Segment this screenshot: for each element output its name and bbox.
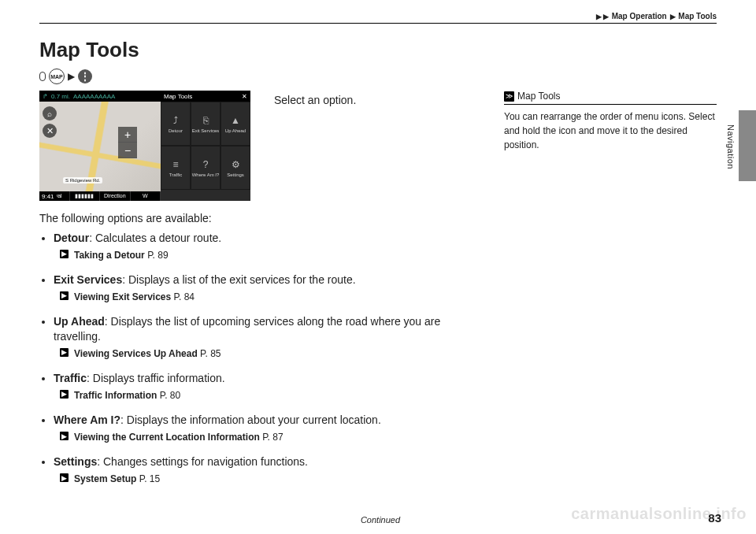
chevron-right-icon: ▶	[603, 13, 609, 20]
chevron-right-icon: ▶	[670, 13, 676, 20]
detour-icon: ⤴	[169, 114, 182, 127]
screenshot-tools-panel: Map Tools ✕ ⤴Detour ⎘Exit Services ▲Up A…	[161, 91, 250, 201]
side-note-body: You can rearrange the order of menu icon…	[504, 109, 717, 152]
screenshot-bottombar: Arrival ▮▮▮▮▮▮ Direction W	[39, 191, 161, 201]
option-settings: Settings: Changes settings for navigatio…	[54, 454, 488, 485]
option-up-ahead: Up Ahead: Displays the list of upcoming …	[54, 314, 488, 360]
minus-icon: −	[118, 143, 137, 158]
page-number: 83	[708, 511, 721, 525]
device-screenshot: ↱ 0.7 mi. AAAAAAAAAA ⌕ ✕ + − S Ridgeview…	[39, 91, 250, 201]
ref-link: Viewing Services Up Ahead P. 85	[54, 347, 488, 360]
ref-link: Viewing the Current Location Information…	[54, 431, 488, 443]
side-note-title: ≫ Map Tools	[504, 91, 717, 105]
plus-icon: +	[118, 127, 137, 143]
screenshot-topbar: ↱ 0.7 mi. AAAAAAAAAA	[39, 91, 161, 102]
section-tab	[739, 110, 756, 181]
tool-detour: ⤴Detour	[161, 102, 191, 146]
chevron-right-icon: ▶	[68, 71, 75, 82]
option-detour: Detour: Calculates a detour route. Takin…	[54, 231, 488, 261]
footer: Continued 83	[39, 511, 721, 525]
chevron-right-icon: ▶	[596, 13, 602, 20]
screenshot-map-area: ↱ 0.7 mi. AAAAAAAAAA ⌕ ✕ + − S Ridgeview…	[39, 91, 161, 201]
breadcrumb-b: Map Tools	[678, 12, 717, 20]
intro-text: The following options are available:	[39, 212, 488, 224]
breadcrumb: ▶▶ Map Operation ▶ Map Tools	[39, 12, 717, 24]
continued-label: Continued	[361, 515, 400, 525]
map-icon: MAP	[49, 69, 65, 84]
clock: 9:41	[39, 192, 57, 201]
zoom-icon: ⌕	[43, 106, 57, 121]
note-icon: ≫	[504, 91, 514, 102]
option-traffic: Traffic: Displays traffic information. T…	[54, 371, 488, 402]
side-column: ≫ Map Tools You can rearrange the order …	[504, 91, 717, 496]
exit-services-icon: ⎘	[199, 114, 212, 127]
option-where-am-i: Where Am I?: Displays the information ab…	[54, 413, 488, 443]
tool-settings: ⚙Settings	[220, 146, 250, 190]
tool-exit-services: ⎘Exit Services	[191, 102, 220, 146]
where-am-i-icon: ?	[199, 158, 212, 171]
cancel-icon: ✕	[43, 124, 57, 138]
breadcrumb-a: Map Operation	[612, 12, 667, 20]
turn-icon: ↱	[43, 93, 48, 100]
zoom-controls: + −	[118, 127, 137, 158]
tool-traffic: ≡Traffic	[161, 146, 191, 190]
ref-link: Taking a Detour P. 89	[54, 249, 488, 261]
close-icon: ✕	[242, 93, 247, 100]
voice-icon	[39, 72, 46, 81]
road-label: S Ridgeview Rd.	[63, 177, 102, 184]
page-title: Map Tools	[39, 38, 717, 62]
options-list: Detour: Calculates a detour route. Takin…	[39, 231, 488, 485]
section-tab-label: Navigation	[726, 124, 736, 169]
main-column: ↱ 0.7 mi. AAAAAAAAAA ⌕ ✕ + − S Ridgeview…	[39, 91, 488, 496]
settings-icon: ⚙	[229, 158, 242, 171]
tool-where-am-i: ?Where Am I?	[191, 146, 220, 190]
ref-link: Viewing Exit Services P. 84	[54, 291, 488, 303]
traffic-icon: ≡	[169, 158, 182, 171]
sequence-icons: MAP ▶	[39, 69, 717, 84]
instruction: Select an option.	[274, 91, 356, 106]
ref-link: System Setup P. 15	[54, 473, 488, 485]
option-exit-services: Exit Services: Displays a list of the ex…	[54, 273, 488, 303]
tool-up-ahead: ▲Up Ahead	[220, 102, 250, 146]
ref-link: Traffic Information P. 80	[54, 389, 488, 402]
up-ahead-icon: ▲	[229, 114, 242, 127]
more-icon	[78, 69, 92, 83]
